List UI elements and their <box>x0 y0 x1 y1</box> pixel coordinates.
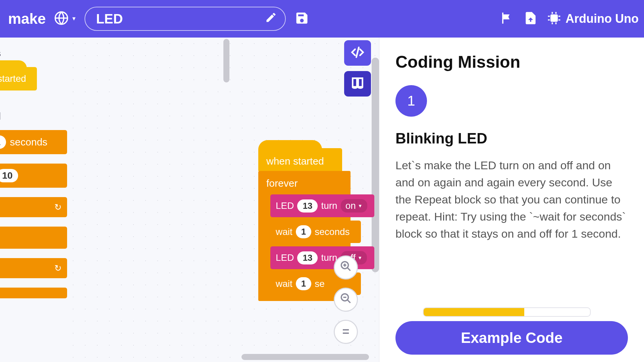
block-label: forever <box>264 176 344 194</box>
pin-value[interactable]: 13 <box>297 251 318 264</box>
upload-file-icon <box>523 11 538 27</box>
dropdown-value: on <box>345 200 356 211</box>
block-label: started <box>0 73 26 84</box>
palette-c-block-3[interactable] <box>0 288 67 298</box>
palette-when-started-block[interactable]: started <box>0 67 37 90</box>
block-palette: ts started ol 1 seconds t 10 ↻ er ↻ <box>0 38 67 362</box>
chevron-down-icon: ▼ <box>358 255 362 260</box>
chevron-down-icon: ▼ <box>358 203 363 208</box>
zoom-reset-button[interactable]: = <box>334 320 358 344</box>
when-started-block[interactable]: when started <box>258 148 342 171</box>
pencil-icon <box>265 11 277 26</box>
zoom-out-icon <box>340 292 352 307</box>
script-stack[interactable]: when started forever LED 13 turn on ▼ <box>258 148 379 301</box>
button-label: Example Code <box>461 329 562 346</box>
palette-c-block-2[interactable]: ↻ <box>0 258 67 278</box>
block-text: turn <box>321 200 337 211</box>
zoom-in-icon <box>340 260 352 275</box>
palette-c-block-1[interactable]: ↻ <box>0 197 67 217</box>
block-text: wait <box>276 279 292 289</box>
state-dropdown[interactable]: on ▼ <box>341 199 367 213</box>
equals-icon: = <box>342 325 349 339</box>
wait-value[interactable]: 1 <box>296 225 311 238</box>
palette-wait-block[interactable]: 1 seconds <box>0 130 67 154</box>
mission-heading: Coding Mission <box>395 52 628 72</box>
mission-body: Let`s make the LED turn on and off and o… <box>395 157 628 242</box>
led-off-block[interactable]: LED 13 turn off ▼ <box>270 246 374 269</box>
led-on-block[interactable]: LED 13 turn on ▼ <box>270 194 374 217</box>
mission-title: Blinking LED <box>395 130 628 147</box>
palette-repeat-block[interactable]: t 10 <box>0 164 67 188</box>
globe-icon <box>54 11 69 27</box>
svg-line-3 <box>347 267 351 270</box>
top-bar: make ▼ LED Arduino Uno <box>0 0 644 38</box>
step-badge: 1 <box>395 85 427 117</box>
loop-arrow-icon: ↻ <box>54 202 62 213</box>
palette-forever-block[interactable]: er <box>0 227 67 249</box>
block-text: seconds <box>315 227 350 237</box>
code-canvas[interactable]: when started forever LED 13 turn on ▼ <box>67 38 379 362</box>
zoom-in-button[interactable] <box>334 255 358 280</box>
zoom-out-button[interactable] <box>334 288 358 312</box>
wait-unit: seconds <box>10 136 48 148</box>
zoom-controls: = <box>334 255 358 344</box>
block-text: wait <box>276 227 292 237</box>
flag-icon <box>499 11 514 27</box>
project-name-text: LED <box>96 11 123 26</box>
mission-view-tab[interactable] <box>344 71 371 97</box>
code-icon <box>350 45 365 61</box>
loop-arrow-icon: ↻ <box>54 263 62 274</box>
save-icon <box>294 11 309 27</box>
code-view-tab[interactable] <box>344 40 371 66</box>
example-preview-card <box>423 307 591 317</box>
palette-scrollbar[interactable] <box>223 39 229 82</box>
wait-block[interactable]: wait 1 seconds <box>270 221 361 243</box>
pin-value[interactable]: 13 <box>297 199 318 213</box>
block-label: when started <box>266 156 324 167</box>
wait-value[interactable]: 1 <box>296 277 311 290</box>
upload-button[interactable] <box>523 11 539 27</box>
wait-value: 1 <box>0 135 6 149</box>
book-icon <box>350 76 365 92</box>
palette-category-control: ol <box>0 111 67 122</box>
board-label: Arduino Uno <box>566 12 639 26</box>
example-code-button[interactable]: Example Code <box>395 321 628 355</box>
flag-button[interactable] <box>498 11 515 27</box>
canvas-horizontal-scrollbar[interactable] <box>241 354 369 360</box>
block-text: se <box>315 279 325 289</box>
repeat-value: 10 <box>0 169 18 182</box>
language-menu[interactable]: ▼ <box>54 11 77 27</box>
app-logo: make <box>8 10 46 27</box>
mission-panel: Coding Mission 1 Blinking LED Let`s make… <box>379 38 644 362</box>
chevron-down-icon: ▼ <box>71 16 77 22</box>
save-button[interactable] <box>294 11 310 27</box>
step-number: 1 <box>407 93 415 109</box>
project-name-field[interactable]: LED <box>85 7 286 31</box>
palette-category-events: ts <box>0 48 67 59</box>
block-text: LED <box>276 200 294 211</box>
block-text: LED <box>276 252 294 263</box>
svg-rect-1 <box>550 14 558 22</box>
chip-icon <box>547 11 561 27</box>
svg-line-7 <box>347 300 351 303</box>
board-selector[interactable]: Arduino Uno <box>547 11 639 27</box>
